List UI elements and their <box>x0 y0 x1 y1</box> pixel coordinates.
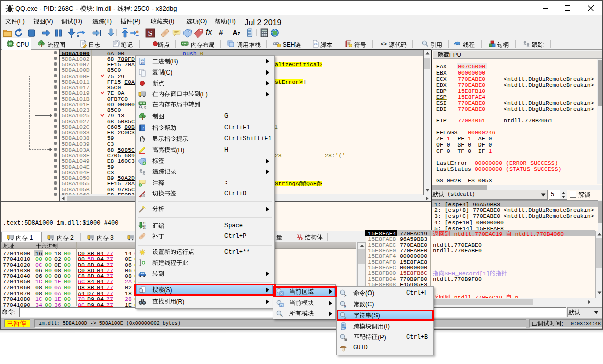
svg-text:>: > <box>344 293 347 297</box>
svg-text:#: # <box>344 304 346 308</box>
svg-text:*: * <box>280 313 282 318</box>
svg-text:x: x <box>280 303 282 307</box>
